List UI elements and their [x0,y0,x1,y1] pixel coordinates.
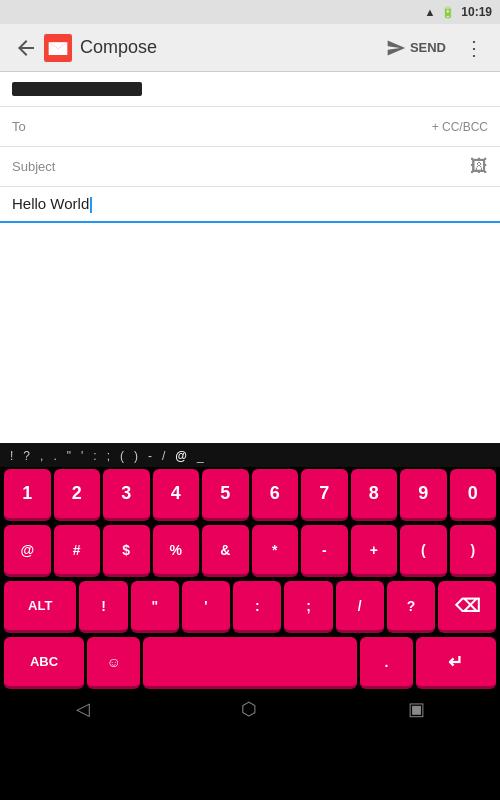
key-fslash[interactable]: / [336,581,384,633]
symbol-row: @ # $ % & * - + ( ) [0,523,500,579]
wifi-icon: ▲ [424,6,435,18]
back-nav-icon[interactable]: ◁ [76,698,90,720]
key-dquote[interactable]: " [131,581,179,633]
to-row: To + CC/BCC [0,107,500,147]
recents-nav-icon[interactable]: ▣ [408,698,425,720]
battery-icon: 🔋 [441,6,455,19]
body-text: Hello World [12,195,89,212]
empty-compose-space [0,223,500,443]
sym-key-at[interactable]: @ [171,447,191,465]
sym-key-comma[interactable]: , [36,447,47,465]
key-1[interactable]: 1 [4,469,51,521]
subject-row: Subject 🖼 [0,147,500,187]
key-2[interactable]: 2 [54,469,101,521]
key-hash[interactable]: # [54,525,101,577]
space-key[interactable] [143,637,356,689]
sym-key-semicolon[interactable]: ; [103,447,114,465]
key-rparen[interactable]: ) [450,525,497,577]
home-nav-icon[interactable]: ⬡ [241,698,257,720]
key-question[interactable]: ? [387,581,435,633]
key-at[interactable]: @ [4,525,51,577]
key-percent[interactable]: % [153,525,200,577]
alt-row: ALT ! " ' : ; / ? ⌫ [0,579,500,635]
alt-key[interactable]: ALT [4,581,76,633]
attach-icon[interactable]: 🖼 [470,156,488,177]
sym-key-lparen[interactable]: ( [116,447,128,465]
key-lparen[interactable]: ( [400,525,447,577]
cc-bcc-button[interactable]: + CC/BCC [432,120,488,134]
key-squote[interactable]: ' [182,581,230,633]
emoji-key[interactable]: ☺ [87,637,140,689]
send-label: SEND [410,40,446,55]
send-button[interactable]: SEND [376,32,456,64]
sym-key-dquote[interactable]: " [63,447,75,465]
key-plus[interactable]: + [351,525,398,577]
number-row: 1 2 3 4 5 6 7 8 9 0 [0,467,500,523]
app-bar: Compose SEND ⋮ [0,24,500,72]
key-minus[interactable]: - [301,525,348,577]
subject-label: Subject [12,159,62,174]
bottom-row: ABC ☺ . ↵ [0,635,500,691]
backspace-key[interactable]: ⌫ [438,581,496,633]
key-0[interactable]: 0 [450,469,497,521]
time-display: 10:19 [461,5,492,19]
subject-input[interactable] [62,159,470,175]
key-7[interactable]: 7 [301,469,348,521]
key-4[interactable]: 4 [153,469,200,521]
key-3[interactable]: 3 [103,469,150,521]
from-row [0,72,500,107]
text-cursor [90,197,92,213]
key-6[interactable]: 6 [252,469,299,521]
key-ampersand[interactable]: & [202,525,249,577]
compose-area: To + CC/BCC Subject 🖼 Hello World [0,72,500,223]
enter-key[interactable]: ↵ [416,637,496,689]
key-asterisk[interactable]: * [252,525,299,577]
compose-title: Compose [80,37,376,58]
key-excl[interactable]: ! [79,581,127,633]
status-bar: ▲ 🔋 10:19 [0,0,500,24]
bottom-nav: ◁ ⬡ ▣ [0,691,500,727]
to-input[interactable] [62,119,432,135]
sym-key-period[interactable]: . [49,447,60,465]
body-row[interactable]: Hello World [0,187,500,223]
abc-key[interactable]: ABC [4,637,84,689]
sym-key-minus[interactable]: - [144,447,156,465]
sym-key-slash[interactable]: / [158,447,169,465]
sym-key-colon[interactable]: : [89,447,100,465]
period-key[interactable]: . [360,637,413,689]
more-options-button[interactable]: ⋮ [456,30,492,66]
to-label: To [12,119,62,134]
sym-key-squote[interactable]: ' [77,447,87,465]
sym-key-question[interactable]: ? [19,447,34,465]
key-8[interactable]: 8 [351,469,398,521]
key-dollar[interactable]: $ [103,525,150,577]
symbols-row: ! ? , . " ' : ; ( ) - / @ _ [0,443,500,467]
from-address-redacted [12,82,142,96]
sym-key-underscore[interactable]: _ [193,447,208,465]
back-button[interactable] [8,30,44,66]
keyboard: ! ? , . " ' : ; ( ) - / @ _ 1 2 3 4 5 6 … [0,443,500,691]
key-5[interactable]: 5 [202,469,249,521]
sym-key-rparen[interactable]: ) [130,447,142,465]
key-9[interactable]: 9 [400,469,447,521]
gmail-logo [44,34,72,62]
sym-key-excl[interactable]: ! [6,447,17,465]
key-semicolon[interactable]: ; [284,581,332,633]
key-colon[interactable]: : [233,581,281,633]
